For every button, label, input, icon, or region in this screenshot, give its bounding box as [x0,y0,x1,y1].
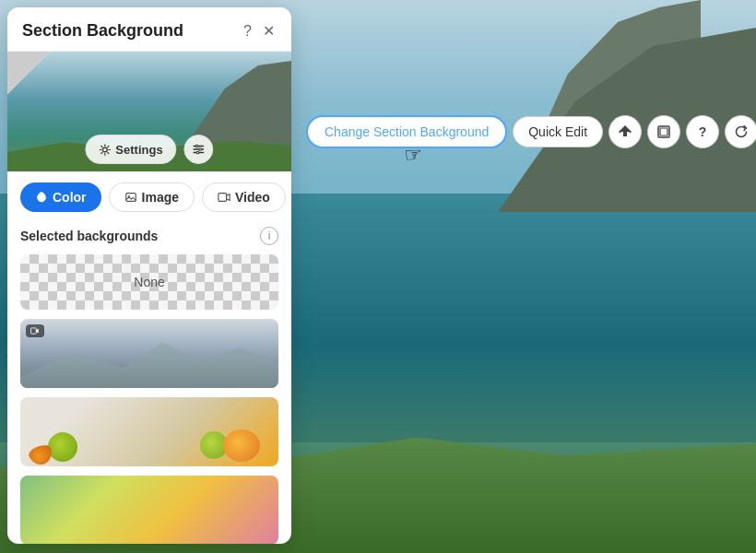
panel: Section Background ? ✕ Settings Color [7,7,291,544]
panel-header: Section Background ? ✕ [7,7,291,52]
svg-rect-9 [31,328,37,334]
tab-video[interactable]: Video [202,182,286,212]
selected-backgrounds-header: Selected backgrounds i [7,223,291,254]
svg-point-2 [102,147,107,152]
svg-rect-8 [219,194,227,202]
bg-item-fruits[interactable] [20,397,278,466]
background-list: None [7,254,291,544]
svg-point-5 [196,151,199,154]
fruit-lime-left [48,432,77,462]
info-icon[interactable]: i [260,227,278,245]
panel-header-icons: ? ✕ [242,20,277,41]
panel-tabs: Color Image Video [7,171,291,223]
fold-shadow [7,52,50,94]
navigate-up-icon[interactable] [608,115,642,148]
bg-none-pattern: None [20,254,278,310]
svg-rect-1 [660,128,667,135]
panel-help-button[interactable]: ? [242,21,254,41]
video-badge [26,324,44,337]
tab-color[interactable]: Color [20,182,101,212]
tab-image[interactable]: Image [109,182,195,212]
svg-point-3 [196,145,199,147]
panel-title: Section Background [22,21,183,41]
quick-edit-button[interactable]: Quick Edit [513,116,603,147]
bg-fruits-preview [20,397,278,466]
fruit-orange [223,429,260,462]
selected-backgrounds-label: Selected backgrounds [20,229,158,243]
crop-icon[interactable] [647,115,680,148]
refresh-icon[interactable] [725,115,756,148]
panel-close-button[interactable]: ✕ [261,20,277,41]
bg-item-none[interactable]: None [20,254,278,310]
svg-point-4 [199,148,202,151]
floating-toolbar: Change Section Background Quick Edit ? [306,115,756,148]
adjust-icon-button[interactable] [184,135,214,164]
help-circle-icon[interactable]: ? [686,115,719,148]
change-section-bg-button[interactable]: Change Section Background [306,115,507,148]
settings-button[interactable]: Settings [85,135,176,164]
svg-rect-6 [125,194,136,202]
bg-item-mountain[interactable] [20,319,278,388]
bg-mountain-preview [20,319,278,388]
bg-item-gradient[interactable] [20,476,278,544]
panel-preview: Settings [7,52,291,171]
preview-controls: Settings [85,135,213,164]
